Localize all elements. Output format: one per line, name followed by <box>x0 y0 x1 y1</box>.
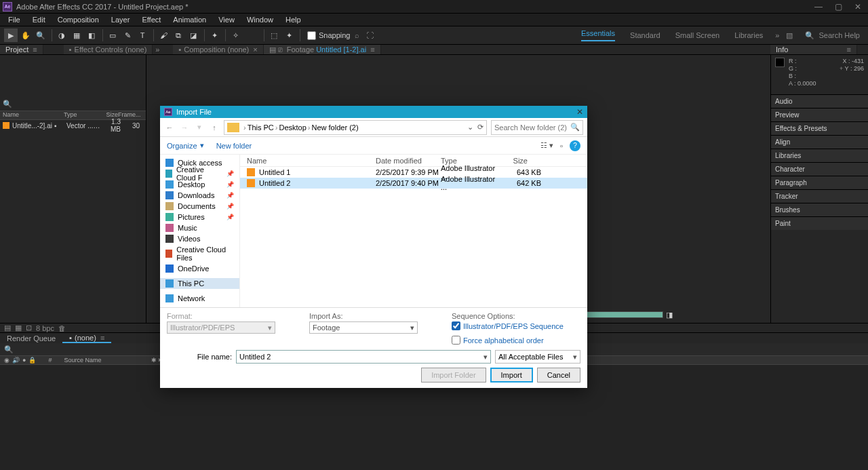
sidebar-item-this-pc[interactable]: This PC <box>160 278 239 289</box>
icon[interactable]: ⊡ <box>26 324 32 332</box>
column-header[interactable]: Name <box>240 157 369 165</box>
column-header[interactable]: Type <box>434 157 494 165</box>
menu-file[interactable]: File <box>3 16 26 24</box>
panel-paint[interactable]: Paint <box>771 216 868 230</box>
menu-animation[interactable]: Animation <box>167 16 212 24</box>
icon[interactable]: ▤ <box>4 324 11 332</box>
roto-tool[interactable]: ✦ <box>208 28 221 42</box>
panel-preview[interactable]: Preview <box>771 108 868 121</box>
alpha-order-checkbox[interactable]: Force alphabetical order <box>452 336 580 345</box>
dialog-close-button[interactable]: ✕ <box>576 107 583 117</box>
breadcrumb-dropdown-icon[interactable]: ⌄ <box>467 123 473 132</box>
panel-tracker[interactable]: Tracker <box>771 189 868 203</box>
solo-icon[interactable]: ● <box>22 357 26 364</box>
panel-effects-presets[interactable]: Effects & Presets <box>771 121 868 135</box>
type-tool[interactable]: T <box>136 28 149 42</box>
tab-composition[interactable]: ▪ Composition (none)× <box>173 45 263 54</box>
puppet-tool[interactable]: ✧ <box>229 28 242 42</box>
maximize-button[interactable]: ▢ <box>835 2 842 12</box>
refresh-button[interactable]: ⟳ <box>477 123 484 132</box>
menu-layer[interactable]: Layer <box>106 16 136 24</box>
lock-icon[interactable]: 🔒 <box>28 357 36 364</box>
sidebar-item-creative-cloud-f[interactable]: Creative Cloud F📌 <box>160 168 239 179</box>
cancel-button[interactable]: Cancel <box>537 368 580 383</box>
close-button[interactable]: ✕ <box>854 2 861 12</box>
selection-tool[interactable]: ▶ <box>4 28 18 42</box>
panel-brushes[interactable]: Brushes <box>771 203 868 216</box>
hand-tool[interactable]: ✋ <box>19 28 33 42</box>
import-as-select[interactable]: Footage▾ <box>309 321 418 334</box>
nav-up-button[interactable]: ↑ <box>209 123 220 132</box>
sidebar-item-downloads[interactable]: Downloads📌 <box>160 190 239 201</box>
file-filter-select[interactable]: All Acceptable Files▾ <box>495 350 580 364</box>
panel-libraries[interactable]: Libraries <box>771 149 868 162</box>
icon[interactable]: ▦ <box>15 324 22 332</box>
eye-icon[interactable]: ◉ <box>4 357 9 364</box>
workspace-libraries[interactable]: Libraries <box>734 31 763 39</box>
dialog-titlebar[interactable]: Ae Import File ✕ <box>160 106 587 118</box>
sequence-checkbox[interactable]: Illustrator/PDF/EPS Sequence <box>452 321 580 330</box>
column-header[interactable]: Size <box>494 157 534 165</box>
trash-icon[interactable]: 🗑 <box>58 324 66 332</box>
brush-tool[interactable]: 🖌 <box>157 28 170 42</box>
rect-tool[interactable]: ▭ <box>106 28 119 42</box>
tab-comp-none[interactable]: ▪(none)≡ <box>62 334 111 343</box>
sidebar-item-network[interactable]: Network <box>160 293 239 304</box>
pan-behind-tool[interactable]: ◧ <box>85 28 98 42</box>
new-folder-button[interactable]: New folder <box>216 142 252 150</box>
tab-info[interactable]: Info≡ <box>770 45 857 54</box>
import-folder-button[interactable]: Import Folder <box>421 368 486 383</box>
eraser-tool[interactable]: ◪ <box>186 28 200 42</box>
tab-project[interactable]: Project≡ <box>0 45 43 54</box>
menu-effect[interactable]: Effect <box>136 16 166 24</box>
workspace-standard[interactable]: Standard <box>630 31 660 39</box>
workspace-overflow-icon[interactable]: » <box>775 31 779 39</box>
panel-character[interactable]: Character <box>771 162 868 176</box>
column-header[interactable]: Date modified <box>369 157 434 165</box>
workspace-panel-icon[interactable]: ▧ <box>786 31 793 40</box>
minimize-button[interactable]: — <box>814 2 823 12</box>
clone-tool[interactable]: ⧉ <box>172 28 185 42</box>
nav-back-button[interactable]: ← <box>164 123 175 132</box>
tab-effect-controls[interactable]: ▪ Effect Controls (none) <box>64 45 153 54</box>
panel-paragraph[interactable]: Paragraph <box>771 176 868 189</box>
help-button[interactable]: ? <box>570 140 580 151</box>
camera-tool[interactable]: ▦ <box>70 28 83 42</box>
organize-button[interactable]: Organize ▾ <box>167 141 204 150</box>
file-row[interactable]: Untitled 12/25/2017 9:39 PMAdobe Illustr… <box>240 167 587 178</box>
panel-overflow-icon[interactable]: » <box>153 45 162 54</box>
orbit-tool[interactable]: ◑ <box>55 28 68 42</box>
workspace-essentials[interactable]: Essentials <box>581 29 615 41</box>
sidebar-item-pictures[interactable]: Pictures📌 <box>160 212 239 222</box>
project-item[interactable]: Untitle...-2].ai▪Vector ...nce1.3 MB30 <box>0 120 146 131</box>
menu-view[interactable]: View <box>213 16 240 24</box>
sidebar-item-music[interactable]: Music <box>160 222 239 233</box>
file-row[interactable]: Untitled 22/25/2017 9:40 PMAdobe Illustr… <box>240 178 587 189</box>
zoom-tool[interactable]: 🔍 <box>34 28 47 42</box>
menu-composition[interactable]: Composition <box>52 16 104 24</box>
import-button[interactable]: Import <box>490 368 533 383</box>
playhead-end-icon[interactable]: ◨ <box>666 311 673 319</box>
sidebar-item-desktop[interactable]: Desktop📌 <box>160 179 239 190</box>
sidebar-item-documents[interactable]: Documents📌 <box>160 201 239 212</box>
panel-align[interactable]: Align <box>771 135 868 149</box>
workspace-small-screen[interactable]: Small Screen <box>675 31 719 39</box>
sidebar-item-creative-cloud-files[interactable]: Creative Cloud Files <box>160 248 239 259</box>
search-icon[interactable]: 🔍 <box>4 345 14 354</box>
view-mode-button[interactable]: ☷ ▾ <box>540 141 553 150</box>
snapping-checkbox[interactable] <box>307 31 316 40</box>
menu-window[interactable]: Window <box>241 16 279 24</box>
sidebar-item-onedrive[interactable]: OneDrive <box>160 263 239 274</box>
breadcrumb[interactable]: › This PC› Desktop› New folder (2) ⌄⟳ <box>224 120 487 135</box>
sidebar-item-videos[interactable]: Videos <box>160 233 239 244</box>
panel-audio[interactable]: Audio <box>771 94 868 108</box>
search-help-input[interactable]: Search Help <box>818 31 860 39</box>
pen-tool[interactable]: ✎ <box>121 28 134 42</box>
bpc-label[interactable]: 8 bpc <box>36 324 54 332</box>
menu-help[interactable]: Help <box>280 16 307 24</box>
world-axis-icon[interactable]: ✦ <box>282 28 296 42</box>
local-axis-icon[interactable]: ⬚ <box>267 28 281 42</box>
tab-render-queue[interactable]: Render Queue <box>0 334 62 342</box>
snapping-toggle[interactable]: Snapping ⌕ ⛶ <box>307 31 374 40</box>
preview-pane-button[interactable]: ▫ <box>560 142 563 150</box>
